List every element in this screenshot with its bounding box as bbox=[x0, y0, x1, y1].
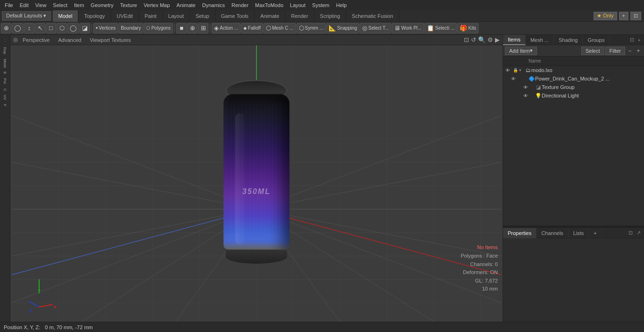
menu-maxtomodo[interactable]: MaxToModo bbox=[252, 1, 286, 9]
menu-vertex-map[interactable]: Vertex Map bbox=[141, 1, 173, 9]
only-button[interactable]: ★ Only bbox=[594, 12, 617, 20]
visibility-icon-3[interactable]: 👁 bbox=[522, 92, 529, 99]
props-tab-lists[interactable]: Lists bbox=[569, 228, 589, 238]
viewport-tab-advanced[interactable]: Advanced bbox=[54, 36, 85, 44]
tab-paint[interactable]: Paint bbox=[139, 10, 163, 22]
menu-file[interactable]: File bbox=[2, 1, 16, 9]
list-item[interactable]: 👁 💡 Directional Light bbox=[503, 91, 644, 100]
menu-item[interactable]: Item bbox=[71, 1, 87, 9]
viewport-maximize-icon[interactable]: ⊡ bbox=[464, 36, 469, 43]
toolbar-box[interactable]: □ bbox=[46, 23, 56, 33]
menu-layout[interactable]: Layout bbox=[287, 1, 308, 9]
toolbar-circle[interactable]: ◯ bbox=[12, 23, 24, 33]
viewport[interactable]: Perspective Advanced Viewport Textures ⊡… bbox=[10, 35, 503, 322]
menu-select[interactable]: Select bbox=[50, 1, 70, 9]
sidebar-label-c[interactable]: C bbox=[2, 87, 8, 93]
layout-dropdown[interactable]: Default Layouts ▾ bbox=[2, 11, 51, 21]
menu-animate[interactable]: Animate bbox=[173, 1, 198, 9]
tab-layout[interactable]: Layout bbox=[163, 10, 190, 22]
menu-render[interactable]: Render bbox=[229, 1, 251, 9]
toolbar-select-tool[interactable]: ◎ Select T... bbox=[360, 23, 391, 33]
viewport-dot[interactable] bbox=[13, 38, 18, 42]
sidebar-label-pol[interactable]: Pol. bbox=[2, 76, 8, 87]
viewport-canvas[interactable]: X Y Z No Items Polygons : Face Channels:… bbox=[10, 45, 503, 322]
tab-render[interactable]: Render bbox=[285, 10, 314, 22]
viewport-tab-textures[interactable]: Viewport Textures bbox=[86, 36, 134, 44]
expand-button[interactable]: + bbox=[635, 47, 642, 55]
list-item[interactable]: 👁 🔷 Power_Drink_Can_Mockup_2 ... bbox=[509, 74, 644, 83]
toolbar-work-plane[interactable]: 🖥 Work Pl... bbox=[392, 23, 424, 33]
tab-items[interactable]: Items bbox=[503, 35, 526, 45]
toolbar-grid[interactable]: ⊞ bbox=[198, 23, 208, 33]
toolbar-add[interactable]: ⊕ bbox=[187, 23, 198, 33]
toolbar-mesh[interactable]: ⬡ Mesh C ... bbox=[264, 23, 296, 33]
viewport-tab-perspective[interactable]: Perspective bbox=[19, 36, 53, 44]
expand-icon-0[interactable]: ▾ bbox=[519, 68, 525, 73]
maximize-button[interactable]: ⊡ bbox=[630, 12, 641, 20]
tab-scripting[interactable]: Scripting bbox=[314, 10, 347, 22]
props-expand-btn[interactable]: ⊡ bbox=[627, 230, 634, 236]
props-tab-channels[interactable]: Channels bbox=[537, 228, 568, 238]
visibility-icon-1[interactable]: 👁 bbox=[510, 75, 517, 82]
tab-schematic-fusion[interactable]: Schematic Fusion bbox=[346, 10, 399, 22]
toolbar-ellipse[interactable]: ◯ bbox=[67, 23, 79, 33]
tab-game-tools[interactable]: Game Tools bbox=[215, 10, 255, 22]
sidebar-label-uv[interactable]: UV bbox=[2, 93, 8, 102]
right-tabs-expand-btn[interactable]: + bbox=[636, 37, 642, 43]
visibility-icon-2[interactable]: 👁 bbox=[522, 83, 529, 91]
sidebar-label-e[interactable]: E bbox=[2, 70, 8, 76]
props-tab-properties[interactable]: Properties bbox=[503, 228, 537, 238]
toolbar-action[interactable]: ◈ Action ... bbox=[212, 23, 240, 33]
toolbar-snapping[interactable]: 📐 Snapping bbox=[326, 23, 359, 33]
lock-icon-0[interactable]: 🔒 bbox=[512, 66, 519, 74]
toolbar-paint[interactable]: ◪ bbox=[80, 23, 90, 33]
filter-button[interactable]: Filter bbox=[605, 47, 625, 55]
tab-topology[interactable]: Topology bbox=[78, 10, 111, 22]
menu-view[interactable]: View bbox=[33, 1, 50, 9]
tab-animate[interactable]: Animate bbox=[255, 10, 285, 22]
toolbar-symmetry[interactable]: ⬡ Symm ... bbox=[297, 23, 326, 33]
menu-help[interactable]: Help bbox=[333, 1, 350, 9]
menu-system[interactable]: System bbox=[309, 1, 332, 9]
props-maximize-btn[interactable]: ↗ bbox=[635, 230, 642, 236]
right-tabs-collapse-btn[interactable]: ⊡ bbox=[628, 37, 636, 43]
viewport-zoom-icon[interactable]: 🔍 bbox=[478, 36, 486, 43]
toolbar-lasso[interactable]: ⬡ bbox=[57, 23, 67, 33]
toolbar-cursor[interactable]: ↖ bbox=[35, 23, 45, 33]
menu-geometry[interactable]: Geometry bbox=[88, 1, 116, 9]
menu-edit[interactable]: Edit bbox=[17, 1, 32, 9]
sidebar-label-dup[interactable]: Dup. bbox=[2, 45, 8, 57]
sidebar-icon-1[interactable]: : bbox=[1, 36, 9, 45]
menu-dynamics[interactable]: Dynamics bbox=[199, 1, 228, 9]
menu-texture[interactable]: Texture bbox=[117, 1, 140, 9]
tab-model[interactable]: Model bbox=[53, 10, 79, 22]
sidebar-label-mesh[interactable]: Mesh bbox=[2, 57, 8, 70]
viewport-settings-icon[interactable]: ⚙ bbox=[487, 36, 493, 43]
add-item-dropdown-icon: ▾ bbox=[530, 48, 533, 54]
tab-setup[interactable]: Setup bbox=[190, 10, 215, 22]
list-item[interactable]: 👁 🔒 ▾ 🗂 modo.lxo bbox=[503, 66, 644, 74]
viewport-expand-icon[interactable]: ▶ bbox=[495, 36, 500, 43]
tab-groups[interactable]: Groups bbox=[583, 35, 610, 45]
toolbar-polygons[interactable]: ⬡ Polygons bbox=[144, 23, 173, 33]
toolbar-selection[interactable]: 📋 Selecti ... bbox=[424, 23, 457, 33]
tab-uvedit[interactable]: UVEdit bbox=[111, 10, 139, 22]
toolbar-arrow[interactable]: ↕ bbox=[24, 23, 34, 33]
toolbar-falloff[interactable]: ● Falloff bbox=[241, 23, 263, 33]
toolbar-transform[interactable]: ⊕ bbox=[1, 23, 11, 33]
viewport-reset-icon[interactable]: ↺ bbox=[471, 36, 476, 43]
add-layout-button[interactable]: + bbox=[619, 12, 628, 20]
toolbar-kits[interactable]: 🎁 Kits bbox=[457, 23, 479, 33]
toolbar-square[interactable]: ■ bbox=[176, 23, 187, 33]
toolbar-boundary[interactable]: Boundary bbox=[118, 23, 143, 33]
select-button[interactable]: Select bbox=[581, 47, 604, 55]
props-tab-add[interactable]: + bbox=[589, 228, 602, 238]
sidebar-label-f[interactable]: F bbox=[2, 102, 8, 108]
visibility-icon-0[interactable]: 👁 bbox=[504, 66, 512, 74]
add-item-button[interactable]: Add Item ▾ bbox=[505, 47, 537, 55]
list-item[interactable]: 👁 ◪ Texture Group bbox=[503, 83, 644, 91]
collapse-button[interactable]: − bbox=[626, 47, 634, 55]
tab-mesh[interactable]: Mesh ... bbox=[526, 35, 554, 45]
toolbar-vertices[interactable]: • Vertices bbox=[93, 23, 118, 33]
tab-shading[interactable]: Shading bbox=[554, 35, 583, 45]
